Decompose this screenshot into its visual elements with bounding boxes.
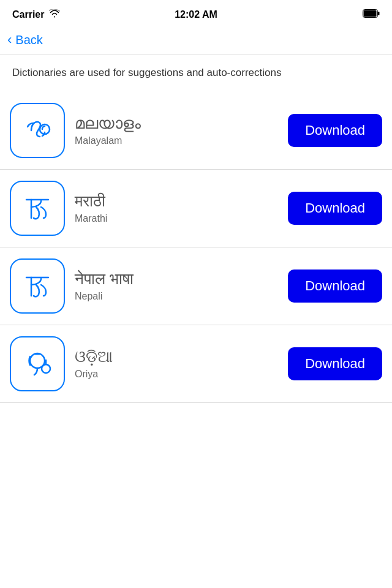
- back-button[interactable]: ‹ Back: [7, 32, 43, 48]
- status-right: [363, 9, 380, 20]
- nepali-info: नेपाल भाषा Nepali: [75, 270, 278, 302]
- status-time: 12:02 AM: [175, 9, 217, 20]
- battery-icon: [363, 9, 380, 20]
- malayalam-download-button[interactable]: Download: [288, 114, 382, 147]
- svg-rect-1: [378, 12, 380, 15]
- language-item-marathi: मराठी Marathi Download: [0, 170, 392, 247]
- oriya-download-button[interactable]: Download: [288, 347, 382, 380]
- nepali-icon: [10, 258, 65, 314]
- malayalam-native-text: മലയാളം: [75, 114, 278, 133]
- malayalam-icon: [10, 103, 65, 158]
- nepali-native-text: नेपाल भाषा: [75, 270, 278, 288]
- marathi-native-text: मराठी: [75, 192, 278, 211]
- oriya-english-text: Oriya: [75, 369, 278, 380]
- marathi-english-text: Marathi: [75, 213, 278, 224]
- status-bar: Carrier 12:02 AM: [0, 0, 392, 27]
- back-label: Back: [15, 33, 42, 47]
- carrier-label: Carrier: [12, 9, 44, 20]
- malayalam-info: മലയാളം Malayalam: [75, 114, 278, 146]
- language-item-malayalam: മലയാളം Malayalam Download: [0, 92, 392, 170]
- nepali-download-button[interactable]: Download: [288, 270, 382, 303]
- svg-rect-2: [364, 10, 377, 17]
- oriya-info: ଓଡ଼ିଆ Oriya: [75, 347, 278, 380]
- marathi-icon: [10, 181, 65, 236]
- malayalam-english-text: Malayalam: [75, 135, 278, 146]
- nav-bar: ‹ Back: [0, 27, 392, 55]
- oriya-icon: [10, 336, 65, 391]
- svg-point-9: [42, 364, 50, 373]
- wifi-icon: [49, 9, 60, 20]
- description-text: Dictionaries are used for suggestions an…: [0, 55, 392, 85]
- back-chevron-icon: ‹: [7, 32, 12, 48]
- language-item-nepali: नेपाल भाषा Nepali Download: [0, 247, 392, 325]
- status-left: Carrier: [12, 9, 60, 20]
- language-list: മലയാളം Malayalam Download मराठी Marathi: [0, 92, 392, 403]
- marathi-info: मराठी Marathi: [75, 192, 278, 224]
- oriya-native-text: ଓଡ଼ିଆ: [75, 347, 278, 366]
- marathi-download-button[interactable]: Download: [288, 192, 382, 225]
- language-item-oriya: ଓଡ଼ିଆ Oriya Download: [0, 325, 392, 403]
- nepali-english-text: Nepali: [75, 291, 278, 302]
